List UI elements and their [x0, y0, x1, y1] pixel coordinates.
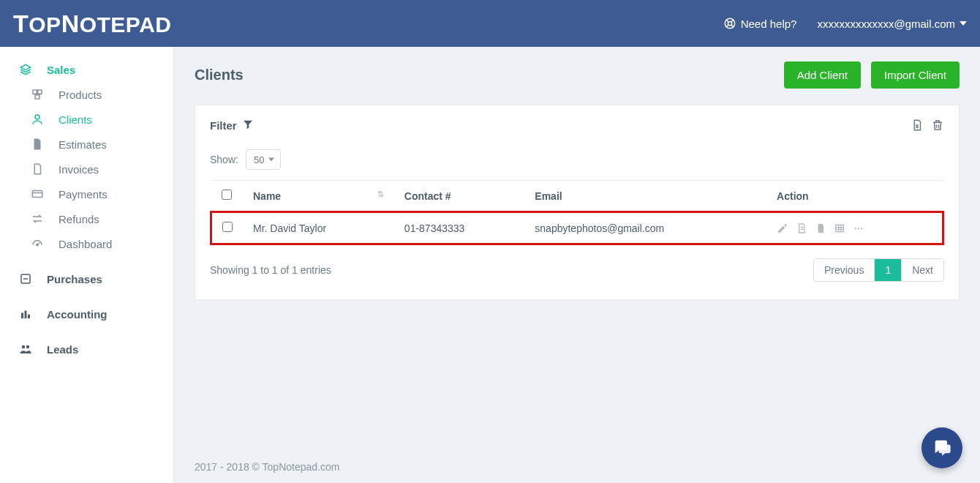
- sidebar-item-label: Leads: [47, 343, 78, 356]
- svg-point-20: [26, 345, 30, 349]
- invoice-row-button[interactable]: [796, 222, 807, 234]
- users-icon: [18, 342, 34, 356]
- sidebar-item-label: Dashboard: [59, 238, 112, 250]
- row-checkbox[interactable]: [222, 222, 233, 232]
- sidebar-item-label: Accounting: [47, 308, 108, 321]
- sidebar-item-label: Products: [59, 89, 102, 101]
- add-client-button[interactable]: Add Client: [784, 61, 861, 89]
- cell-name: Mr. David Taylor: [243, 212, 394, 244]
- user-email: xxxxxxxxxxxxxx@gmail.com: [817, 18, 955, 30]
- svg-rect-7: [38, 90, 42, 94]
- edit-row-button[interactable]: [777, 222, 788, 234]
- svg-rect-32: [861, 228, 862, 229]
- svg-point-19: [22, 345, 26, 349]
- main-content: Clients Add Client Import Client Filter: [174, 47, 980, 483]
- svg-rect-25: [836, 225, 844, 231]
- brand-logo: TopNotepad: [13, 10, 172, 38]
- show-page-size-value: 50: [254, 154, 264, 165]
- need-help-link[interactable]: Need help?: [723, 17, 797, 30]
- sidebar-item-sales[interactable]: Sales: [0, 57, 173, 82]
- svg-point-1: [728, 21, 731, 25]
- show-page-size-select[interactable]: 50: [246, 149, 281, 170]
- sidebar-item-clients[interactable]: Clients: [0, 107, 173, 132]
- show-label: Show:: [210, 154, 238, 165]
- minus-square-icon: [18, 272, 34, 285]
- filter-icon: [243, 119, 253, 132]
- credit-card-icon: [29, 187, 45, 201]
- sidebar-item-products[interactable]: Products: [0, 82, 173, 107]
- sidebar-item-label: Sales: [47, 64, 75, 76]
- chat-icon: [932, 437, 952, 460]
- footer-copyright: 2017 - 2018 © TopNotepad.com: [195, 461, 339, 473]
- topbar: TopNotepad Need help? xxxxxxxxxxxxxx@gma…: [0, 0, 980, 47]
- svg-line-3: [731, 20, 734, 22]
- layers-icon: [18, 63, 34, 76]
- chat-fab-button[interactable]: [921, 427, 962, 468]
- showing-entries-text: Showing 1 to 1 of 1 entries: [210, 264, 331, 276]
- cell-contact: 01-87343333: [394, 212, 524, 244]
- more-row-button[interactable]: [853, 222, 864, 234]
- svg-rect-31: [858, 228, 859, 229]
- table-row-button[interactable]: [834, 222, 845, 234]
- svg-rect-10: [32, 191, 42, 198]
- estimate-row-button[interactable]: [815, 222, 826, 234]
- user-icon: [29, 113, 45, 126]
- export-excel-button[interactable]: [911, 119, 924, 132]
- pager-next[interactable]: Next: [901, 259, 943, 281]
- svg-rect-8: [35, 95, 39, 99]
- sidebar-item-refunds[interactable]: Refunds: [0, 206, 173, 231]
- need-help-label: Need help?: [741, 18, 797, 30]
- filter-label-text: Filter: [210, 119, 237, 132]
- page-title: Clients: [195, 67, 244, 83]
- svg-point-13: [37, 244, 38, 245]
- gauge-icon: [29, 237, 45, 250]
- exchange-icon: [29, 212, 45, 225]
- select-all-checkbox[interactable]: [222, 190, 232, 200]
- svg-point-9: [35, 115, 39, 119]
- cubes-icon: [29, 88, 45, 101]
- column-header-name[interactable]: Name ⇅: [243, 181, 394, 212]
- svg-rect-18: [28, 315, 30, 318]
- cell-email: snapbytephotos@gmail.com: [524, 212, 766, 244]
- delete-button[interactable]: [931, 119, 944, 132]
- column-header-contact[interactable]: Contact #: [394, 181, 524, 212]
- sidebar-item-label: Clients: [59, 113, 92, 126]
- svg-line-2: [725, 20, 728, 22]
- column-header-email[interactable]: Email: [524, 181, 766, 212]
- svg-rect-30: [855, 228, 856, 229]
- sidebar: Sales Products Clients Estimates Invoice…: [0, 47, 174, 483]
- user-menu[interactable]: xxxxxxxxxxxxxx@gmail.com: [817, 18, 967, 30]
- sort-icon: ⇅: [377, 190, 384, 198]
- sidebar-item-label: Invoices: [59, 163, 99, 176]
- sidebar-item-label: Refunds: [59, 213, 99, 225]
- svg-line-4: [725, 25, 728, 27]
- sidebar-item-label: Payments: [59, 188, 108, 201]
- bar-chart-icon: [18, 307, 34, 321]
- lifebuoy-icon: [723, 17, 736, 30]
- svg-rect-16: [21, 313, 23, 319]
- sidebar-item-estimates[interactable]: Estimates: [0, 132, 173, 157]
- svg-rect-6: [33, 90, 37, 94]
- sidebar-item-invoices[interactable]: Invoices: [0, 157, 173, 181]
- caret-down-icon: [960, 21, 967, 26]
- sidebar-item-label: Estimates: [59, 138, 107, 151]
- clients-panel: Filter Show: 50: [195, 105, 960, 300]
- file-icon: [29, 138, 45, 151]
- sidebar-item-payments[interactable]: Payments: [0, 181, 173, 206]
- sidebar-item-dashboard[interactable]: Dashboard: [0, 231, 173, 256]
- pager-prev[interactable]: Previous: [814, 259, 874, 281]
- filter-toggle[interactable]: Filter: [210, 119, 253, 132]
- pager: Previous 1 Next: [813, 258, 944, 282]
- sidebar-item-leads[interactable]: Leads: [0, 337, 173, 362]
- svg-rect-17: [25, 311, 27, 319]
- pager-page-1[interactable]: 1: [874, 259, 901, 281]
- file-outline-icon: [29, 162, 45, 176]
- table-row[interactable]: Mr. David Taylor 01-87343333 snapbytepho…: [211, 212, 943, 244]
- import-client-button[interactable]: Import Client: [871, 61, 960, 89]
- clients-table: Name ⇅ Contact # Email Action Mr. David …: [210, 180, 944, 245]
- svg-line-5: [731, 25, 734, 27]
- column-header-action: Action: [766, 181, 943, 212]
- sidebar-item-label: Purchases: [47, 273, 102, 285]
- sidebar-item-purchases[interactable]: Purchases: [0, 266, 173, 291]
- sidebar-item-accounting[interactable]: Accounting: [0, 302, 173, 326]
